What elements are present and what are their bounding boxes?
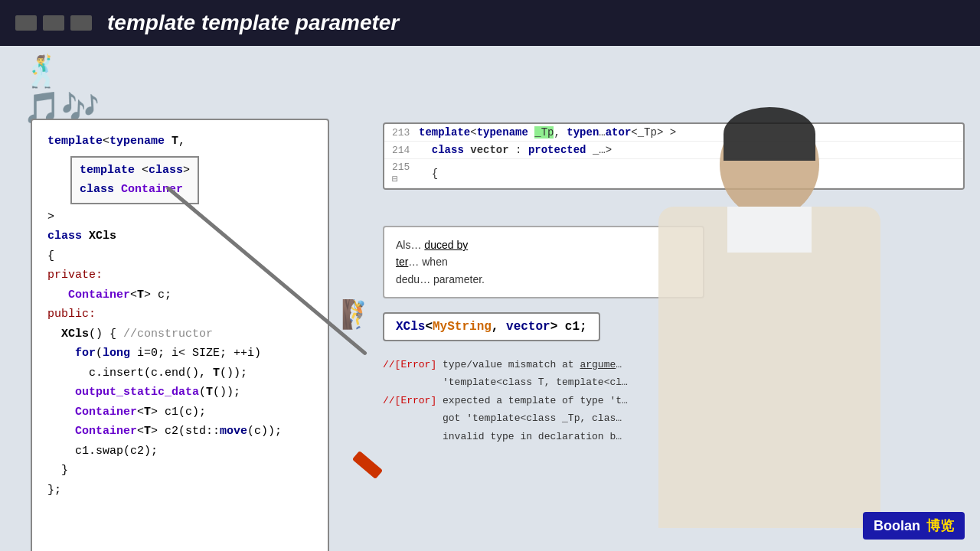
pointer-handle: [352, 451, 383, 479]
xcls-example-box: XCls<MyString, vector> c1;: [383, 312, 600, 341]
error-line-4: got 'template<class _Tp, clas…: [383, 409, 628, 427]
icon-block-1: [15, 15, 37, 31]
page-title: template template parameter: [107, 11, 399, 35]
code-template-kw: template: [47, 135, 103, 148]
error-tag-2: //[Error]: [383, 395, 436, 406]
branding-box: Boolan 博览: [863, 512, 965, 540]
dancer-icon: 🧗: [341, 298, 375, 331]
left-code-box: template<typename T, template <class> cl…: [31, 119, 329, 551]
content-area: 🕺🎵🎶 template<typename T, template <class…: [0, 46, 980, 551]
error-tag-1: //[Error]: [383, 359, 436, 370]
error-line-1: //[Error] type/value mismatch at argume…: [383, 356, 628, 373]
xcls-class-name: XCls: [396, 320, 425, 334]
instructor-area: [612, 96, 980, 551]
icon-block-3: [70, 15, 92, 31]
error-text-2: expected a template of type 't…: [443, 395, 628, 406]
xcls-mystring: MyString: [433, 320, 492, 334]
instructor-hair: [724, 107, 815, 161]
branding-english: Boolan: [874, 518, 920, 534]
line-num-215: 215 ⊟: [392, 161, 419, 185]
dancing-figure-icon: 🕺🎵🎶: [23, 54, 84, 107]
error-text-1: type/value mismatch at argume…: [443, 359, 622, 370]
xcls-vector: vector: [506, 320, 550, 334]
line-num-214: 214: [392, 145, 419, 156]
error-line-5: invalid type in declaration b…: [383, 428, 628, 445]
icon-block-2: [43, 15, 64, 31]
error-line-3: //[Error] expected a template of type 't…: [383, 392, 628, 409]
title-icons: [15, 15, 92, 31]
branding-chinese: 博览: [926, 517, 954, 535]
title-bar: template template parameter: [0, 0, 980, 46]
instructor-body: [658, 207, 880, 528]
instructor-shirt: [727, 207, 812, 253]
error-area: //[Error] type/value mismatch at argume……: [383, 356, 628, 445]
error-line-2: 'template<class T, template<cl…: [383, 373, 628, 391]
line-num-213: 213: [392, 127, 419, 139]
